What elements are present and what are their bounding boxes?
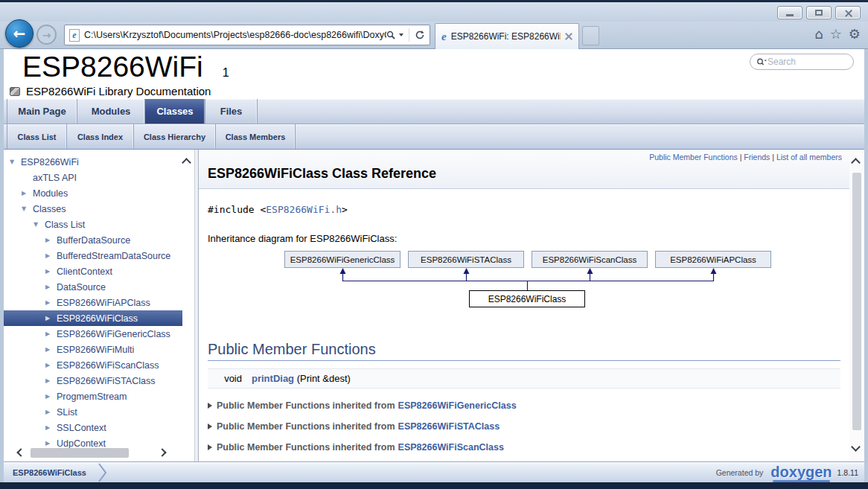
tree-expand-icon[interactable]: ▶ xyxy=(45,315,57,322)
tree-item-label[interactable]: ESP8266WiFiSTAClass xyxy=(57,376,155,386)
forward-button[interactable]: → xyxy=(36,25,57,45)
minimize-button[interactable] xyxy=(777,6,802,19)
tree-item[interactable]: ▶ ESP8266WiFiScanClass xyxy=(4,357,179,373)
back-button[interactable]: ← xyxy=(5,19,33,48)
inherited-class-link[interactable]: ESP8266WiFiGenericClass xyxy=(398,400,517,411)
tree-expand-icon[interactable]: ▶ xyxy=(45,346,57,353)
tree-expand-icon[interactable]: ▶ xyxy=(45,284,57,290)
tree-expand-icon[interactable]: ▶ xyxy=(45,409,57,415)
search-icon[interactable] xyxy=(386,31,396,40)
sub-nav-tab[interactable]: Class Index xyxy=(67,124,134,149)
sidebar-scroll-up-icon[interactable] xyxy=(182,159,193,165)
search-icon[interactable] xyxy=(756,57,768,66)
tree-expand-icon[interactable]: ▶ xyxy=(45,252,57,259)
new-tab-button[interactable] xyxy=(582,26,599,45)
tree-item-label[interactable]: ESP8266WiFiMulti xyxy=(57,345,134,355)
tree-item-label[interactable]: ESP8266WiFi xyxy=(21,157,79,167)
close-button[interactable] xyxy=(835,6,861,19)
tree-expand-icon[interactable]: ▶ xyxy=(45,362,57,368)
tree-item-label[interactable]: axTLS API xyxy=(33,173,77,183)
tree-item[interactable]: axTLS API xyxy=(4,170,179,185)
tree-expand-icon[interactable]: ▶ xyxy=(45,237,57,243)
address-dropdown-icon[interactable] xyxy=(399,33,403,36)
content-scrollbar[interactable] xyxy=(849,150,864,461)
sub-nav-tab[interactable]: Class Members xyxy=(216,124,296,149)
tree-item[interactable]: ▼ Class List xyxy=(4,217,179,232)
tree-item-label[interactable]: ESP8266WiFiAPClass xyxy=(57,298,150,308)
expand-arrow-icon[interactable] xyxy=(208,444,212,450)
inherited-class-link[interactable]: ESP8266WiFiSTAClass xyxy=(398,421,500,432)
member-function-link[interactable]: printDiag xyxy=(252,373,294,384)
tree-item-label[interactable]: ClientContext xyxy=(57,266,112,277)
summary-link[interactable]: List of all members xyxy=(776,153,842,162)
scrollbar-thumb[interactable] xyxy=(31,448,129,458)
tree-expand-icon[interactable]: ▶ xyxy=(22,190,33,196)
tree-item[interactable]: ▶ SList xyxy=(4,404,179,420)
parent-class-box[interactable]: ESP8266WiFiGenericClass xyxy=(284,251,401,268)
scroll-up-icon[interactable] xyxy=(852,159,862,165)
tree-expand-icon[interactable]: ▶ xyxy=(45,377,57,384)
scroll-down-icon[interactable] xyxy=(852,443,862,450)
scrollbar-thumb[interactable] xyxy=(852,173,861,430)
scroll-left-icon[interactable] xyxy=(16,449,23,458)
address-bar[interactable]: e C:\Users\Krzysztof\Documents\Projects\… xyxy=(64,25,430,45)
tree-item-label[interactable]: DataSource xyxy=(57,282,106,293)
tree-item[interactable]: ▶ ESP8266WiFiAPClass xyxy=(4,295,179,310)
tree-expand-icon[interactable]: ▶ xyxy=(45,268,57,275)
tree-item[interactable]: ▶ ProgmemStream xyxy=(4,389,179,404)
tree-expand-icon[interactable]: ▼ xyxy=(10,159,21,165)
expand-arrow-icon[interactable] xyxy=(208,403,212,409)
inherited-members-header[interactable]: Public Member Functions inherited from E… xyxy=(208,437,840,458)
tree-item-label[interactable]: ESP8266WiFiClass xyxy=(57,313,138,324)
tree-item[interactable]: ▶ ESP8266WiFiClass xyxy=(4,310,182,326)
tree-item-label[interactable]: BufferedStreamDataSource xyxy=(57,251,170,261)
sidebar-horizontal-scrollbar[interactable] xyxy=(4,446,182,461)
tree-item-label[interactable]: Modules xyxy=(33,188,68,199)
home-icon[interactable]: ⌂ xyxy=(814,24,823,45)
tree-item[interactable]: ▶ BufferedStreamDataSource xyxy=(4,248,179,263)
tree-item-label[interactable]: Class List xyxy=(45,220,85,230)
nav-tab[interactable]: Classes xyxy=(145,99,205,124)
tree-expand-icon[interactable]: ▼ xyxy=(22,205,33,212)
summary-link[interactable]: Public Member Functions xyxy=(649,153,744,162)
expand-arrow-icon[interactable] xyxy=(208,424,212,429)
tree-item[interactable]: ▶ ESP8266WiFiGenericClass xyxy=(4,326,179,342)
nav-tab[interactable]: Main Page xyxy=(7,99,77,124)
parent-class-box[interactable]: ESP8266WiFiAPClass xyxy=(655,251,771,268)
doxygen-logo[interactable]: doxygen xyxy=(768,464,834,482)
tree-item-label[interactable]: SSLContext xyxy=(57,423,106,433)
tree-item-label[interactable]: SList xyxy=(57,407,77,418)
tree-item[interactable]: ▶ DataSource xyxy=(4,279,179,295)
tree-item[interactable]: ▶ ClientContext xyxy=(4,263,179,279)
favorites-star-icon[interactable]: ☆ xyxy=(830,24,842,45)
scroll-right-icon[interactable] xyxy=(160,449,167,458)
sub-nav-tab[interactable]: Class Hierarchy xyxy=(134,124,216,149)
tree-expand-icon[interactable]: ▶ xyxy=(45,424,57,431)
settings-gear-icon[interactable]: ⚙ xyxy=(849,24,861,45)
tree-item-label[interactable]: Classes xyxy=(33,204,66,214)
summary-link[interactable]: Friends xyxy=(744,153,776,162)
tree-expand-icon[interactable]: ▶ xyxy=(45,393,57,400)
tree-item-label[interactable]: BufferDataSource xyxy=(57,235,130,246)
breadcrumb-item[interactable]: ESP8266WiFiClass xyxy=(13,468,86,477)
tree-item[interactable]: ▼ Classes xyxy=(4,201,179,217)
browser-tab[interactable]: e ESP8266WiFi: ESP8266WiFi... xyxy=(435,23,579,49)
url-text[interactable]: C:\Users\Krzysztof\Documents\Projects\es… xyxy=(84,30,386,40)
tree-expand-icon[interactable]: ▶ xyxy=(45,299,57,306)
parent-class-box[interactable]: ESP8266WiFiScanClass xyxy=(532,251,648,268)
tree-item[interactable]: ▼ ESP8266WiFi xyxy=(4,154,179,170)
tree-expand-icon[interactable]: ▼ xyxy=(33,221,45,228)
tree-item-label[interactable]: ESP8266WiFiScanClass xyxy=(57,360,159,371)
tree-item[interactable]: ▶ Modules xyxy=(4,185,179,201)
tree-item[interactable]: ▶ SSLContext xyxy=(4,420,179,435)
refresh-icon[interactable] xyxy=(415,30,425,40)
parent-class-box[interactable]: ESP8266WiFiSTAClass xyxy=(408,251,524,268)
tree-item[interactable]: ▶ ESP8266WiFiMulti xyxy=(4,342,179,357)
search-box[interactable] xyxy=(750,54,854,70)
include-file-link[interactable]: ESP8266WiFi.h xyxy=(266,204,342,215)
tree-item[interactable]: ▶ BufferDataSource xyxy=(4,232,179,248)
tree-item[interactable]: ▶ ESP8266WiFiSTAClass xyxy=(4,373,179,389)
search-input[interactable] xyxy=(768,57,835,67)
maximize-button[interactable] xyxy=(806,6,832,19)
inherited-members-header[interactable]: Public Member Functions inherited from E… xyxy=(208,395,840,416)
